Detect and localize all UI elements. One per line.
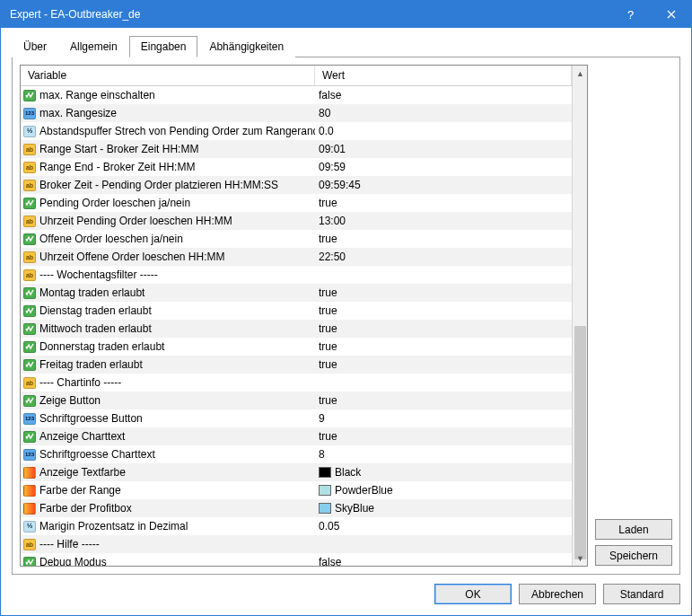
titlebar: Expert - EA-Outbreaker_de ?: [1, 1, 691, 28]
value-cell[interactable]: true: [315, 322, 572, 335]
variable-label: Anzeige Charttext: [39, 430, 125, 443]
tab-allgemein[interactable]: Allgemein: [58, 36, 129, 57]
table-row[interactable]: max. Rangesize80: [21, 104, 572, 122]
ok-button[interactable]: OK: [434, 584, 512, 604]
table-row[interactable]: Debug Modusfalse: [21, 553, 572, 566]
value-text: Black: [335, 466, 361, 479]
variable-label: Donnerstag traden erlaubt: [39, 340, 164, 353]
table-row[interactable]: Donnerstag traden erlaubttrue: [21, 338, 572, 356]
value-cell[interactable]: true: [315, 286, 572, 299]
table-row[interactable]: max. Range einschaltenfalse: [21, 86, 572, 104]
tabstrip: ÜberAllgemeinEingabenAbhängigkeiten: [1, 28, 691, 57]
variable-cell: Pending Order loeschen ja/nein: [21, 197, 315, 209]
table-row[interactable]: Abstandspuffer Strech von Pending Order …: [21, 122, 572, 140]
bool-icon: [23, 341, 36, 353]
variable-cell: Freitag traden erlaubt: [21, 358, 315, 371]
variable-cell: Mittwoch traden erlaubt: [21, 322, 315, 335]
table-row[interactable]: Mittwoch traden erlaubttrue: [21, 320, 572, 338]
table-row[interactable]: Freitag traden erlaubttrue: [21, 356, 572, 374]
value-cell[interactable]: 0.0: [315, 125, 572, 137]
value-cell[interactable]: true: [315, 430, 572, 443]
value-cell[interactable]: true: [315, 233, 572, 245]
value-cell[interactable]: 80: [315, 107, 572, 119]
value-cell[interactable]: true: [315, 304, 572, 317]
table-row[interactable]: Anzeige Charttexttrue: [21, 427, 572, 445]
double-icon: [23, 521, 36, 532]
bool-icon: [23, 431, 36, 443]
variable-cell: Debug Modus: [21, 556, 315, 566]
table-row[interactable]: ---- Chartinfo -----: [21, 374, 572, 392]
scroll-thumb[interactable]: [574, 326, 586, 559]
parameter-grid: Variable Wert max. Range einschaltenfals…: [20, 65, 588, 567]
table-row[interactable]: ---- Wochentagsfilter -----: [21, 266, 572, 284]
string-icon: [23, 180, 36, 191]
value-cell[interactable]: true: [315, 358, 572, 371]
vertical-scrollbar[interactable]: ▲ ▼: [572, 66, 587, 566]
tab-abhängigkeiten[interactable]: Abhängigkeiten: [197, 36, 295, 57]
variable-cell: Farbe der Range: [21, 484, 315, 497]
table-row[interactable]: Marigin Prozentsatz in Dezimal0.05: [21, 517, 572, 535]
variable-cell: Offene Order loeschen ja/nein: [21, 233, 315, 245]
value-cell[interactable]: 13:00: [315, 215, 572, 227]
table-row[interactable]: Broker Zeit - Pending Order platzieren H…: [21, 176, 572, 194]
value-cell[interactable]: 09:59:45: [315, 179, 572, 191]
value-cell[interactable]: false: [315, 89, 572, 101]
tab-über[interactable]: Über: [12, 36, 58, 57]
value-cell[interactable]: Black: [315, 466, 572, 479]
variable-label: ---- Wochentagsfilter -----: [39, 268, 158, 281]
value-cell[interactable]: 8: [315, 448, 572, 461]
column-header-value[interactable]: Wert: [315, 66, 572, 85]
table-row[interactable]: Range End - Broker Zeit HH:MM09:59: [21, 158, 572, 176]
column-header-variable[interactable]: Variable: [21, 66, 315, 85]
bool-icon: [23, 90, 36, 101]
value-cell[interactable]: 09:01: [315, 143, 572, 155]
table-row[interactable]: Farbe der RangePowderBlue: [21, 481, 572, 499]
value-cell[interactable]: 0.05: [315, 520, 572, 532]
value-cell[interactable]: 22:50: [315, 251, 572, 263]
variable-cell: Dienstag traden erlaubt: [21, 304, 315, 317]
bool-icon: [23, 323, 36, 335]
reset-button[interactable]: Standard: [603, 584, 680, 604]
load-button[interactable]: Laden: [595, 519, 672, 540]
value-cell[interactable]: true: [315, 340, 572, 353]
value-cell[interactable]: false: [315, 556, 572, 566]
table-row[interactable]: Montag traden erlaubttrue: [21, 284, 572, 302]
value-cell[interactable]: true: [315, 197, 572, 209]
tab-eingaben[interactable]: Eingaben: [129, 36, 198, 57]
value-text: true: [319, 304, 337, 317]
table-row[interactable]: Range Start - Broker Zeit HH:MM09:01: [21, 140, 572, 158]
help-button[interactable]: ?: [610, 1, 651, 28]
double-icon: [23, 126, 36, 137]
table-row[interactable]: Zeige Buttontrue: [21, 392, 572, 409]
table-row[interactable]: Farbe der ProfitboxSkyBlue: [21, 499, 572, 517]
value-cell[interactable]: 09:59: [315, 161, 572, 173]
value-cell[interactable]: SkyBlue: [315, 502, 572, 515]
table-row[interactable]: Uhrzeit Offene Order loeschen HH:MM22:50: [21, 248, 572, 266]
value-cell[interactable]: PowderBlue: [315, 484, 572, 497]
table-row[interactable]: Dienstag traden erlaubttrue: [21, 302, 572, 320]
table-row[interactable]: Anzeige TextfarbeBlack: [21, 463, 572, 481]
bool-icon: [23, 359, 36, 371]
save-button[interactable]: Speichern: [595, 545, 672, 566]
variable-label: Pending Order loeschen ja/nein: [39, 197, 190, 209]
int-icon: [23, 449, 36, 461]
table-row[interactable]: Schriftgroesse Button9: [21, 409, 572, 427]
variable-label: Abstandspuffer Strech von Pending Order …: [39, 125, 315, 137]
string-icon: [23, 539, 36, 550]
scroll-down-arrow[interactable]: ▼: [573, 550, 588, 566]
color-swatch: [319, 485, 331, 496]
table-row[interactable]: Uhrzeit Pending Order loeschen HH:MM13:0…: [21, 212, 572, 230]
table-row[interactable]: Schriftgroesse Charttext8: [21, 445, 572, 463]
string-icon: [23, 144, 36, 155]
cancel-button[interactable]: Abbrechen: [519, 584, 596, 604]
variable-cell: Uhrzeit Offene Order loeschen HH:MM: [21, 251, 315, 263]
close-button[interactable]: [651, 1, 691, 28]
value-cell[interactable]: true: [315, 394, 572, 407]
close-icon: [667, 10, 676, 19]
table-row[interactable]: ---- Hilfe -----: [21, 535, 572, 553]
table-row[interactable]: Pending Order loeschen ja/neintrue: [21, 194, 572, 212]
table-row[interactable]: Offene Order loeschen ja/neintrue: [21, 230, 572, 248]
bool-icon: [23, 557, 36, 567]
scroll-up-arrow[interactable]: ▲: [573, 66, 588, 81]
value-cell[interactable]: 9: [315, 412, 572, 425]
